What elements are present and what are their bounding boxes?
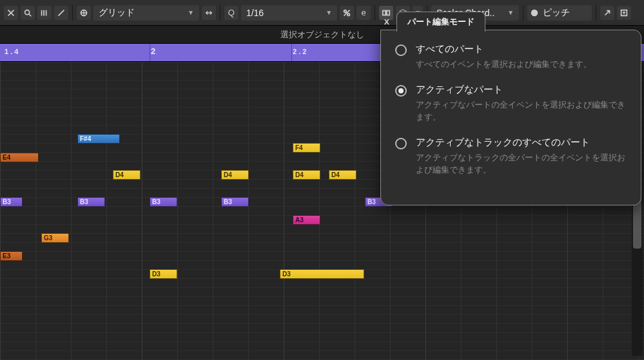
quantize-dropdown[interactable]: 1/16 ▼: [241, 5, 337, 21]
radio-option[interactable]: アクティブなパートアクティブなパートの全イベントを選択および編集できます。: [395, 84, 627, 124]
midi-note[interactable]: B3: [221, 197, 249, 207]
pitch-dropdown[interactable]: ピッチ: [527, 5, 592, 21]
svg-point-6: [531, 9, 538, 16]
export-icon[interactable]: [617, 6, 631, 20]
part-edit-mode-popover: x パート編集モード すべてのパートすべてのイベントを選択および編集できます。ア…: [380, 30, 641, 205]
midi-note[interactable]: A3: [293, 215, 320, 225]
radio-title: アクティブなパート: [416, 84, 627, 96]
nudge-icon[interactable]: [202, 6, 216, 20]
popover-close-button[interactable]: x: [380, 14, 394, 28]
snap-icon[interactable]: [77, 6, 91, 20]
radio-title: すべてのパート: [416, 43, 627, 55]
open-window-icon[interactable]: [600, 6, 614, 20]
midi-note[interactable]: D4: [293, 170, 320, 180]
radio-button[interactable]: [395, 44, 407, 56]
chevron-down-icon: ▼: [188, 9, 194, 16]
midi-note[interactable]: B3: [0, 197, 23, 207]
radio-desc: アクティブなパートの全イベントを選択および編集できます。: [416, 99, 627, 124]
chevron-down-icon: ▼: [326, 9, 332, 16]
pitch-label: ピッチ: [543, 7, 570, 19]
midi-note[interactable]: G3: [41, 233, 69, 243]
midi-note[interactable]: F#4: [77, 134, 120, 144]
chevron-down-icon: ▼: [507, 9, 514, 16]
radio-option[interactable]: すべてのパートすべてのイベントを選択および編集できます。: [395, 43, 627, 71]
toolbar: グリッド ▼ Q 1/16 ▼ e ▾ Scaler-Chord.. ▼ ピッチ: [0, 0, 644, 26]
ruler-label: 1 . 4: [5, 48, 18, 55]
svg-point-3: [347, 13, 350, 15]
midi-note[interactable]: D4: [113, 170, 141, 180]
edit-icon[interactable]: [54, 6, 68, 20]
e-icon[interactable]: e: [356, 6, 371, 20]
radio-desc: すべてのイベントを選択および編集できます。: [416, 58, 627, 71]
selection-status: 選択オブジェクトなし: [280, 29, 364, 41]
ruler-label: 2: [151, 46, 155, 56]
radio-button[interactable]: [395, 85, 407, 97]
popover-title: パート編集モード: [396, 12, 485, 32]
midi-note[interactable]: D4: [221, 170, 249, 180]
ruler-label: 2 . 2: [293, 48, 306, 55]
svg-point-0: [25, 10, 30, 14]
midi-note[interactable]: E4: [0, 153, 39, 162]
columns-icon[interactable]: [37, 6, 52, 20]
snap-mode-dropdown[interactable]: グリッド ▼: [93, 5, 199, 21]
midi-note[interactable]: F4: [293, 143, 320, 153]
midi-note[interactable]: E3: [0, 251, 23, 261]
midi-note[interactable]: D4: [329, 170, 356, 180]
radio-option[interactable]: アクティブなトラックのすべてのパートアクティブなトラックの全パートの全イベントを…: [395, 137, 627, 176]
radio-button[interactable]: [395, 138, 407, 149]
midi-note[interactable]: B3: [77, 197, 105, 207]
zoom-icon[interactable]: [21, 6, 35, 20]
radio-desc: アクティブなトラックの全パートの全イベントを選択および編集できます。: [416, 151, 627, 176]
midi-note[interactable]: D3: [280, 269, 364, 279]
midi-note[interactable]: B3: [150, 197, 177, 207]
svg-point-2: [344, 10, 347, 12]
snap-mode-label: グリッド: [99, 7, 135, 19]
midi-note[interactable]: D3: [150, 269, 177, 279]
quantize-icon[interactable]: Q: [224, 6, 239, 20]
quantize-label: 1/16: [246, 8, 264, 18]
close-icon[interactable]: [4, 6, 18, 20]
radio-title: アクティブなトラックのすべてのパート: [416, 137, 627, 149]
percent-icon[interactable]: [340, 6, 354, 20]
